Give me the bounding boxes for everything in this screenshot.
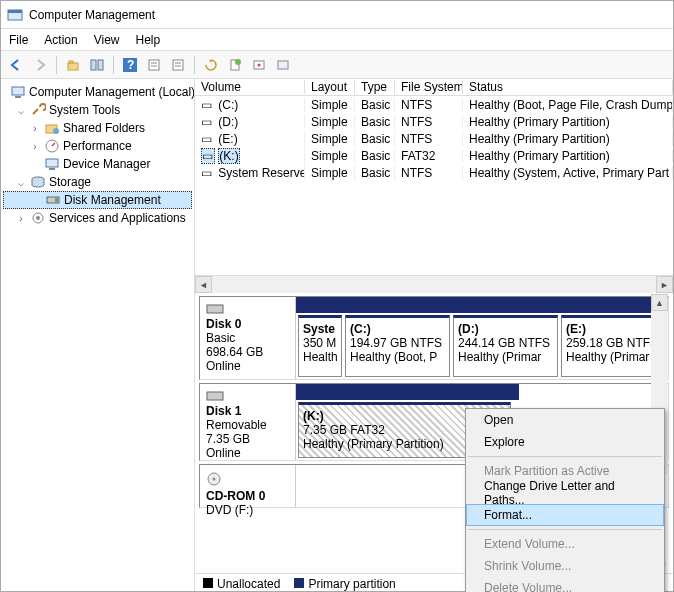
menu-delete[interactable]: Delete Volume... bbox=[466, 577, 664, 592]
svg-point-17 bbox=[258, 63, 261, 66]
menu-view[interactable]: View bbox=[94, 33, 120, 47]
volume-header: Volume Layout Type File System Status bbox=[195, 79, 673, 96]
tree-system-tools-label: System Tools bbox=[49, 103, 120, 117]
device-manager-icon bbox=[44, 156, 60, 172]
svg-rect-3 bbox=[69, 61, 73, 63]
menu-format[interactable]: Format... bbox=[466, 504, 664, 526]
collapse-icon[interactable]: ⌵ bbox=[15, 105, 27, 116]
tree-pane: Computer Management (Local) ⌵ System Too… bbox=[1, 79, 195, 592]
forward-button[interactable] bbox=[29, 54, 51, 76]
partition[interactable]: (C:) 194.97 GB NTFS Healthy (Boot, P bbox=[345, 315, 450, 377]
disk-icon bbox=[206, 390, 289, 402]
expand-icon[interactable]: › bbox=[29, 123, 41, 134]
col-layout[interactable]: Layout bbox=[305, 80, 355, 94]
new-button[interactable] bbox=[224, 54, 246, 76]
volume-icon: ▭ bbox=[201, 132, 215, 146]
up-button[interactable] bbox=[62, 54, 84, 76]
svg-rect-18 bbox=[278, 61, 288, 69]
svg-point-22 bbox=[53, 128, 59, 134]
tree-storage[interactable]: ⌵ Storage bbox=[3, 173, 192, 191]
show-hide-button[interactable] bbox=[86, 54, 108, 76]
col-type[interactable]: Type bbox=[355, 80, 395, 94]
tree-device-manager[interactable]: Device Manager bbox=[3, 155, 192, 173]
volume-row[interactable]: ▭ (D:) Simple Basic NTFS Healthy (Primar… bbox=[195, 113, 673, 130]
partition[interactable]: (D:) 244.14 GB NTFS Healthy (Primar bbox=[453, 315, 558, 377]
menu-separator bbox=[468, 529, 662, 530]
menu-action[interactable]: Action bbox=[44, 33, 77, 47]
disk-row: Disk 0 Basic 698.64 GB Online Syste 350 … bbox=[199, 296, 669, 380]
disk-info[interactable]: Disk 0 Basic 698.64 GB Online bbox=[200, 297, 296, 379]
parts-bar bbox=[296, 384, 519, 400]
svg-rect-33 bbox=[207, 392, 223, 400]
tree-storage-label: Storage bbox=[49, 175, 91, 189]
menu-change-letter[interactable]: Change Drive Letter and Paths... bbox=[466, 482, 664, 504]
disk-info[interactable]: CD-ROM 0 DVD (F:) bbox=[200, 465, 296, 507]
menu-explore[interactable]: Explore bbox=[466, 431, 664, 453]
volume-icon: ▭ bbox=[201, 148, 215, 164]
disk-management-icon bbox=[45, 192, 61, 208]
separator bbox=[194, 56, 195, 74]
h-scrollbar[interactable]: ◄ ► bbox=[195, 276, 673, 293]
computer-icon bbox=[10, 84, 26, 100]
tree-disk-management[interactable]: Disk Management bbox=[3, 191, 192, 209]
refresh-button[interactable] bbox=[200, 54, 222, 76]
menu-extend[interactable]: Extend Volume... bbox=[466, 533, 664, 555]
tree-shared-folders[interactable]: › Shared Folders bbox=[3, 119, 192, 137]
scroll-left-icon[interactable]: ◄ bbox=[195, 276, 212, 293]
volume-row[interactable]: ▭ (C:) Simple Basic NTFS Healthy (Boot, … bbox=[195, 96, 673, 113]
volume-row[interactable]: ▭ (E:) Simple Basic NTFS Healthy (Primar… bbox=[195, 130, 673, 147]
help-button[interactable]: ? bbox=[119, 54, 141, 76]
menu-file[interactable]: File bbox=[9, 33, 28, 47]
col-fs[interactable]: File System bbox=[395, 80, 463, 94]
disk-info[interactable]: Disk 1 Removable 7.35 GB Online bbox=[200, 384, 296, 460]
volume-icon: ▭ bbox=[201, 115, 215, 129]
toolbar: ? bbox=[1, 51, 673, 79]
expand-icon[interactable]: › bbox=[29, 141, 41, 152]
tree-shared-folders-label: Shared Folders bbox=[63, 121, 145, 135]
volume-row[interactable]: ▭ (K:) Simple Basic FAT32 Healthy (Prima… bbox=[195, 147, 673, 164]
volume-list: ▭ (C:) Simple Basic NTFS Healthy (Boot, … bbox=[195, 96, 673, 276]
svg-text:?: ? bbox=[127, 58, 134, 72]
separator bbox=[56, 56, 57, 74]
tree-performance[interactable]: › Performance bbox=[3, 137, 192, 155]
disk-partitions: Syste 350 M Health (C:) 194.97 GB NTFS H… bbox=[296, 297, 668, 379]
volume-icon: ▭ bbox=[201, 166, 215, 180]
parts-bar bbox=[296, 297, 668, 313]
legend-primary: Primary partition bbox=[294, 577, 395, 591]
list-button[interactable] bbox=[272, 54, 294, 76]
scroll-right-icon[interactable]: ► bbox=[656, 276, 673, 293]
expand-icon[interactable]: › bbox=[15, 213, 27, 224]
svg-rect-26 bbox=[49, 168, 55, 170]
action-button[interactable] bbox=[167, 54, 189, 76]
svg-rect-20 bbox=[15, 96, 21, 98]
window-title: Computer Management bbox=[29, 8, 155, 22]
settings-button[interactable] bbox=[248, 54, 270, 76]
svg-rect-2 bbox=[68, 63, 78, 70]
cdrom-icon bbox=[206, 471, 289, 487]
svg-rect-19 bbox=[12, 87, 24, 95]
svg-rect-5 bbox=[98, 60, 103, 70]
menu-open[interactable]: Open bbox=[466, 409, 664, 431]
separator bbox=[113, 56, 114, 74]
svg-rect-8 bbox=[149, 60, 159, 70]
context-menu: Open Explore Mark Partition as Active Ch… bbox=[465, 408, 665, 592]
svg-rect-4 bbox=[91, 60, 96, 70]
props-button[interactable] bbox=[143, 54, 165, 76]
tree-root[interactable]: Computer Management (Local) bbox=[3, 83, 192, 101]
col-status[interactable]: Status bbox=[463, 80, 673, 94]
partition[interactable]: Syste 350 M Health bbox=[298, 315, 342, 377]
tree-services-apps[interactable]: › Services and Applications bbox=[3, 209, 192, 227]
svg-rect-32 bbox=[207, 305, 223, 313]
app-icon bbox=[7, 7, 23, 23]
tree-system-tools[interactable]: ⌵ System Tools bbox=[3, 101, 192, 119]
svg-point-31 bbox=[36, 216, 40, 220]
menu-shrink[interactable]: Shrink Volume... bbox=[466, 555, 664, 577]
menu-help[interactable]: Help bbox=[136, 33, 161, 47]
back-button[interactable] bbox=[5, 54, 27, 76]
col-volume[interactable]: Volume bbox=[195, 80, 305, 94]
volume-row[interactable]: ▭ System Reserved Simple Basic NTFS Heal… bbox=[195, 164, 673, 181]
services-icon bbox=[30, 210, 46, 226]
legend-unallocated: Unallocated bbox=[203, 577, 280, 591]
collapse-icon[interactable]: ⌵ bbox=[15, 177, 27, 188]
scroll-up-icon[interactable]: ▲ bbox=[651, 294, 668, 311]
